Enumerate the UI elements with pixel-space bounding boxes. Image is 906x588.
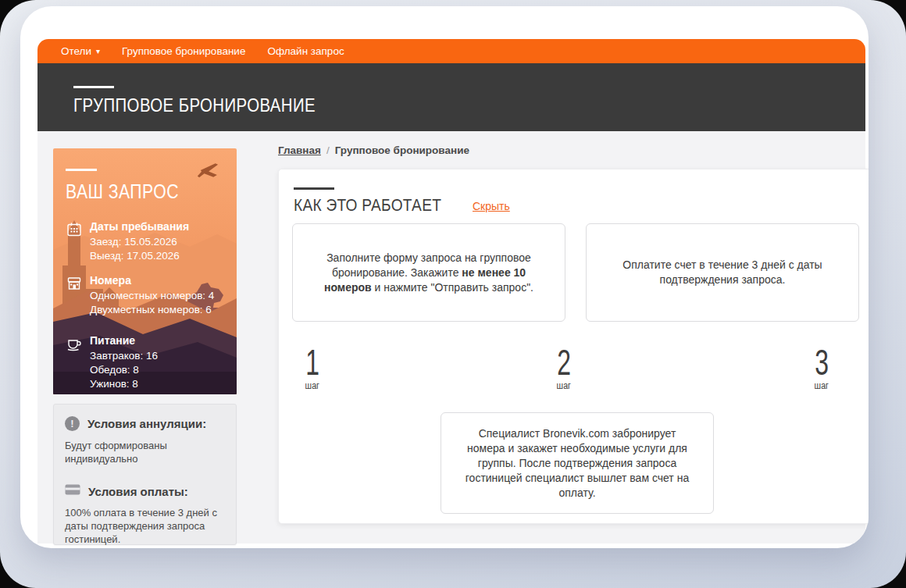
breadcrumb-current: Групповое бронирование: [335, 144, 469, 156]
request-rooms-section: Номера Одноместных номеров: 4 Двухместны…: [66, 274, 229, 317]
step-3-box: Оплатите счет в течение 3 дней с даты по…: [586, 223, 859, 322]
breakfasts-count: Завтраков: 16: [90, 349, 158, 363]
request-meals-section: Питание Завтраков: 16 Обедов: 8 Ужинов: …: [66, 334, 229, 391]
nav-item-group-booking[interactable]: Групповое бронирование: [111, 45, 256, 57]
double-rooms-count: Двухместных номеров: 6: [90, 303, 214, 317]
breadcrumb-home-link[interactable]: Главная: [278, 144, 321, 156]
credit-card-icon: [65, 484, 80, 498]
main-navbar: Отели ▾ Групповое бронирование Офлайн за…: [37, 39, 865, 63]
step-3-text: Оплатите счет в течение 3 дней с даты по…: [604, 258, 841, 287]
your-request-card: ВАШ ЗАПРОС: [53, 148, 237, 394]
breadcrumb: Главная/Групповое бронирование: [278, 144, 469, 156]
step-number-1: 1 шаг: [302, 345, 323, 391]
step-1-label: шаг: [305, 380, 319, 391]
checkout-date: Выезд: 17.05.2026: [90, 249, 189, 263]
desktop-background: Отели ▾ Групповое бронирование Офлайн за…: [0, 0, 906, 588]
payment-title: Условия оплаты:: [88, 485, 188, 498]
step-3-label: шаг: [815, 380, 829, 391]
header-accent-line: [73, 86, 114, 88]
lunches-count: Обедов: 8: [90, 363, 158, 377]
step-2-label: шаг: [557, 380, 571, 391]
how-it-works-panel: КАК ЭТО РАБОТАЕТ Скрыть Заполните форму …: [278, 169, 869, 524]
chevron-down-icon: ▾: [96, 48, 100, 55]
request-card-accent-line: [66, 169, 97, 171]
breadcrumb-separator: /: [321, 144, 335, 156]
browser-page: Отели ▾ Групповое бронирование Офлайн за…: [20, 6, 869, 548]
content-area: ВАШ ЗАПРОС: [37, 131, 865, 543]
calendar-icon: [66, 220, 83, 263]
step-2-text: Специалист Bronevik.com забронирует номе…: [458, 426, 696, 501]
nav-item-hotels[interactable]: Отели ▾: [50, 45, 111, 57]
cancellation-text: Будут сформированы индивидуально: [65, 439, 213, 465]
step-number-3: 3 шаг: [811, 345, 832, 391]
dates-label: Даты пребывания: [90, 220, 189, 233]
step-3-number: 3: [815, 345, 829, 380]
step-number-2: 2 шаг: [554, 345, 574, 391]
step-1-number: 1: [305, 345, 319, 380]
hotel-icon: [66, 274, 83, 317]
nav-item-hotels-label: Отели: [61, 45, 91, 57]
panel-accent-line: [294, 187, 334, 190]
single-rooms-count: Одноместных номеров: 4: [90, 289, 214, 303]
page-header: ГРУППОВОЕ БРОНИРОВАНИЕ: [37, 63, 865, 131]
nav-item-offline-request[interactable]: Офлайн запрос: [256, 45, 355, 57]
alert-icon: !: [65, 416, 80, 431]
step-2-number: 2: [557, 345, 571, 380]
dinners-count: Ужинов: 8: [90, 377, 158, 391]
conditions-card: ! Условия аннуляции: Будут сформированы …: [53, 404, 237, 545]
meals-icon: [66, 334, 83, 391]
step-2-box: Специалист Bronevik.com забронирует номе…: [441, 412, 714, 514]
nav-item-group-booking-label: Групповое бронирование: [122, 45, 245, 57]
request-dates-section: Даты пребывания Заезд: 15.05.2026 Выезд:…: [66, 220, 229, 263]
page-title: ГРУППОВОЕ БРОНИРОВАНИЕ: [73, 94, 316, 116]
payment-text: 100% оплата в течение 3 дней с даты подт…: [65, 506, 225, 546]
nav-item-offline-request-label: Офлайн запрос: [267, 45, 344, 57]
step-1-text-after: и нажмите "Отправить запрос".: [372, 281, 533, 294]
how-it-works-title: КАК ЭТО РАБОТАЕТ: [294, 195, 441, 216]
meals-label: Питание: [90, 334, 158, 347]
step-1-box: Заполните форму запроса на групповое бро…: [292, 223, 565, 322]
hide-link[interactable]: Скрыть: [473, 200, 510, 212]
request-card-title: ВАШ ЗАПРОС: [66, 180, 201, 203]
rooms-label: Номера: [90, 274, 214, 287]
checkin-date: Заезд: 15.05.2026: [90, 235, 189, 249]
cancellation-title: Условия аннуляции:: [87, 417, 206, 430]
